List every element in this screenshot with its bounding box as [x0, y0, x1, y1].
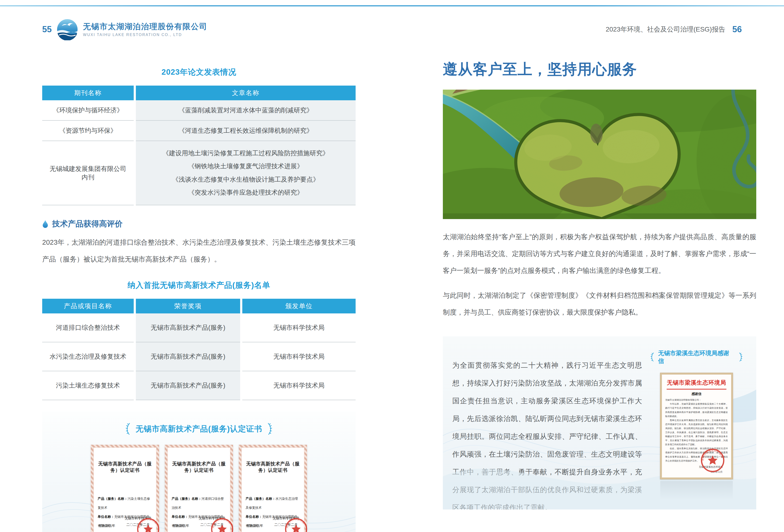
- letter-caption: 无锡市梁溪生态环境局感谢信: [649, 349, 744, 365]
- hitech-table: 产品或项目名称 荣誉奖项 颁发单位 河道排口综合整治技术 无锡市高新技术产品(服…: [42, 299, 356, 400]
- body-paragraph: 与此同时，太湖湖泊制定了《保密管理制度》《文件材料归档范围和档案保管期限管理规定…: [443, 287, 756, 321]
- letter-org-header: 无锡市梁溪生态环境局: [665, 379, 728, 387]
- table-cell: 河道排口综合整治技术: [42, 313, 134, 342]
- right-page: 遵从客户至上，坚持用心服务: [443, 59, 756, 509]
- table-cell: 污染土壤生态修复技术: [42, 371, 134, 400]
- hitech-col-header-issuer: 颁发单位: [242, 299, 356, 313]
- validity: 有效期伍年: [173, 524, 189, 528]
- cert-panel-caption-text: 无锡市高新技术产品(服务)认定证书: [136, 424, 262, 434]
- tech-section-paragraph: 2023年，太湖湖泊的河道排口综合整治技术、水污染生态治理及修复技术、污染土壤生…: [42, 234, 356, 268]
- company-name-en: WUXI TAIHU LAKE RESTORATION CO., LTD: [83, 32, 207, 37]
- table-cell: 《蓝藻削减装置对河道水体中蓝藻的削减研究》: [136, 100, 356, 121]
- papers-table: 期刊名称 文章名称 《环境保护与循环经济》 《蓝藻削减装置对河道水体中蓝藻的削减…: [42, 86, 356, 205]
- liangxi-story-panel: 为全面贯彻落实党的二十大精神，践行习近平生态文明思想，持续深入打好污染防治攻坚战…: [443, 336, 756, 509]
- papers-table-title: 2023年论文发表情况: [42, 67, 356, 78]
- spread-header: 55 无锡市太湖湖泊治理股份有限公司 WUXI TAIHU LAKE RESTO…: [42, 19, 742, 40]
- article-line: 《钢铁地块土壤修复废气治理技术进展》: [188, 160, 304, 173]
- heart-forest-photo: [443, 90, 756, 219]
- article-line: 《建设用地土壤污染修复工程施工过程风险防控措施研究》: [163, 147, 329, 160]
- table-cell: 无锡市高新技术产品(服务): [136, 342, 240, 371]
- header-right: 2023年环境、社会及公司治理(ESG)报告 56: [606, 24, 742, 34]
- table-cell: 《资源节约与环保》: [42, 121, 134, 141]
- company-logo-icon: [56, 19, 78, 40]
- left-page: 2023年论文发表情况 期刊名称 文章名称 《环境保护与循环经济》 《蓝藻削减装…: [42, 67, 356, 532]
- left-page-number: 55: [42, 24, 52, 34]
- tech-section-heading: 技术产品获得高评价: [42, 219, 356, 229]
- certificate-row: 无锡市高新技术产品（服务）认定证书 产品（服务）名称：污染土壤生态修复技术 单位…: [42, 445, 356, 532]
- table-cell: 《环境保护与循环经济》: [42, 100, 134, 121]
- red-star-seal-icon: 无锡市科学技术局: [137, 517, 160, 532]
- table-cell: 《建设用地土壤污染修复工程施工过程风险防控措施研究》 《钢铁地块土壤修复废气治理…: [136, 141, 356, 205]
- table-cell: 无锡市科学技术局: [242, 313, 356, 342]
- table-cell: 无锡市科学技术局: [242, 371, 356, 400]
- certificate: 无锡市高新技术产品（服务）认定证书 产品（服务）名称：河道排口综合整治技术 单位…: [165, 445, 233, 532]
- table-cell: 《河道生态修复工程长效运维保障机制的研究》: [136, 121, 356, 141]
- validity: 有效期伍年: [247, 524, 263, 528]
- letter-subtitle: 感谢信: [665, 392, 728, 396]
- cert-panel-caption: 无锡市高新技术产品(服务)认定证书: [42, 422, 356, 436]
- water-drop-icon: [42, 220, 48, 228]
- header-left: 55 无锡市太湖湖泊治理股份有限公司 WUXI TAIHU LAKE RESTO…: [42, 19, 207, 40]
- chapter-title: 遵从客户至上，坚持用心服务: [443, 59, 756, 79]
- table-cell: 无锡市科学技术局: [242, 342, 356, 371]
- table-cell: 无锡城建发展集团有限公司内刊: [42, 141, 134, 205]
- right-page-number: 56: [732, 24, 742, 34]
- certificate: 无锡市高新技术产品（服务）认定证书 产品（服务）名称：水污染生态治理及修复技术 …: [239, 445, 307, 532]
- article-line: 《突发水污染事件应急处理技术的研究》: [188, 186, 304, 199]
- certificates-panel: 无锡市高新技术产品(服务)认定证书 无锡市高新技术产品（服务）认定证书 产品（服…: [42, 412, 356, 532]
- tech-section-heading-text: 技术产品获得高评价: [52, 219, 122, 229]
- papers-col-header-article: 文章名称: [136, 86, 356, 100]
- table-cell: 无锡市高新技术产品(服务): [136, 371, 240, 400]
- table-cell: 无锡市高新技术产品(服务): [136, 313, 240, 342]
- laurel-branch-icon: [124, 422, 132, 436]
- laurel-branch-icon: [266, 422, 274, 436]
- esg-report-spread: { "header": { "left_page_number": "55", …: [0, 0, 784, 532]
- certificate-title: 无锡市高新技术产品（服务）认定证书: [98, 460, 152, 473]
- thank-you-letter-column: 无锡市梁溪生态环境局感谢信 无锡市梁溪生态环境局 感谢信 无锡市太湖湖泊治理股份…: [649, 349, 744, 500]
- validity: 有效期伍年: [99, 524, 115, 528]
- red-star-seal-icon: 无锡市科学技术局: [211, 517, 234, 532]
- papers-col-header-journal: 期刊名称: [42, 86, 134, 100]
- hitech-table-title: 纳入首批无锡市高新技术产品(服务)名单: [42, 280, 356, 291]
- article-line: 《浅谈水生态修复中水生植物设计施工及养护要点》: [172, 173, 319, 186]
- letter-paragraph: 今年以来，无锡市梁溪区全面贯彻落实党的二十大精神，践行习近平生态文明思想，持续深…: [665, 402, 728, 418]
- red-star-seal-icon: 无锡市梁溪生态环境局: [700, 448, 725, 473]
- service-story-paragraph: 为全面贯彻落实党的二十大精神，践行习近平生态文明思想，持续深入打好污染防治攻坚战…: [452, 356, 642, 509]
- hitech-col-header-product: 产品或项目名称: [42, 299, 134, 313]
- table-cell: 水污染生态治理及修复技术: [42, 342, 134, 371]
- letter-reflection: [660, 481, 733, 500]
- certificate-title: 无锡市高新技术产品（服务）认定证书: [246, 460, 300, 473]
- company-name: 无锡市太湖湖泊治理股份有限公司 WUXI TAIHU LAKE RESTORAT…: [83, 22, 207, 37]
- certificate: 无锡市高新技术产品（服务）认定证书 产品（服务）名称：污染土壤生态修复技术 单位…: [91, 445, 159, 532]
- certificate-title: 无锡市高新技术产品（服务）认定证书: [172, 460, 226, 473]
- letter-caption-text: 无锡市梁溪生态环境局感谢信: [658, 349, 735, 365]
- red-star-seal-icon: 无锡市科学技术局: [284, 517, 308, 532]
- hitech-col-header-award: 荣誉奖项: [136, 299, 240, 313]
- laurel-branch-icon: [738, 352, 744, 362]
- report-title: 2023年环境、社会及公司治理(ESG)报告: [606, 25, 725, 34]
- thank-you-letter: 无锡市梁溪生态环境局 感谢信 无锡市太湖湖泊治理股份有限公司： 今年以来，无锡市…: [660, 373, 733, 479]
- body-paragraph: 太湖湖泊始终坚持“客户至上”的原则，积极为客户权益保驾护航，持续为客户提供高品质…: [443, 228, 756, 279]
- page-top-rule: [0, 5, 784, 6]
- laurel-branch-icon: [649, 352, 655, 362]
- letter-red-rule: [667, 389, 726, 390]
- letter-paragraph: 贵单位充分发挥市属国企责任担当意识，主动服务我区生态环境保护工作大局，先后选派徐…: [665, 418, 728, 447]
- company-name-cn: 无锡市太湖湖泊治理股份有限公司: [83, 22, 207, 31]
- letter-salutation: 无锡市太湖湖泊治理股份有限公司：: [665, 398, 728, 402]
